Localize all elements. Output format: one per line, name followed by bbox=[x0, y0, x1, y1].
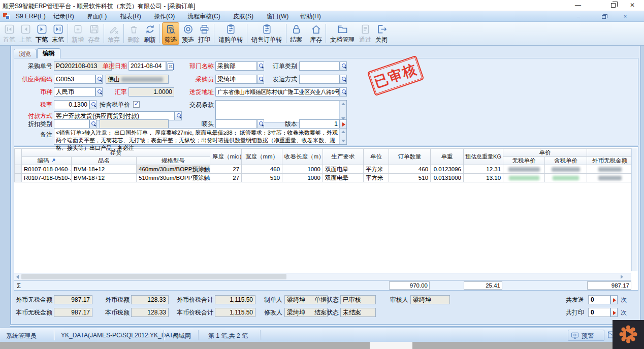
sent-count-field[interactable]: 0 bbox=[588, 295, 610, 304]
tab-browse[interactable]: 浏览 bbox=[14, 49, 37, 58]
cell-roll-length[interactable]: 1000 bbox=[282, 174, 323, 182]
last-record-button[interactable]: 末笔 bbox=[50, 22, 66, 45]
cell-code[interactable]: R0107-018-0510-... bbox=[22, 174, 72, 182]
screen-recorder-overlay[interactable] bbox=[613, 320, 644, 349]
shipping-mark-lookup-button[interactable] bbox=[257, 119, 264, 129]
table-row[interactable]: R0107-018-0460-... BVM-18+12 460mm/30um/… bbox=[15, 165, 633, 174]
close-case-button[interactable]: 结案 bbox=[288, 22, 304, 45]
currency-field[interactable]: 人民币 bbox=[54, 87, 95, 97]
doc-date-field[interactable]: 2021-08-04 bbox=[128, 61, 166, 71]
menu-report[interactable]: 报表(R) bbox=[116, 12, 146, 21]
preview-button[interactable]: 预选 bbox=[180, 22, 196, 45]
cell-price-ex-redacted[interactable] bbox=[503, 165, 545, 174]
new-button[interactable]: 新增 bbox=[70, 22, 85, 45]
scroll-left-arrow[interactable] bbox=[16, 275, 19, 279]
cell-est-weight[interactable]: 12.31 bbox=[464, 165, 503, 174]
save-button[interactable]: 存盘 bbox=[86, 22, 102, 45]
close-button[interactable]: ✕ bbox=[621, 0, 644, 11]
next-record-button[interactable]: 下笔 bbox=[34, 22, 49, 45]
payment-method-lookup-button[interactable] bbox=[175, 111, 182, 120]
col-header-unit-weight[interactable]: 单重 bbox=[431, 149, 464, 165]
first-record-button[interactable]: 首笔 bbox=[2, 22, 17, 45]
print-button[interactable]: 打印 bbox=[197, 22, 212, 45]
cell-foreign-amount-redacted[interactable] bbox=[587, 165, 633, 174]
group-header-price[interactable]: 单价 bbox=[503, 149, 587, 157]
trade-terms-scrollbar[interactable] bbox=[339, 101, 346, 121]
version-field[interactable]: 1 bbox=[299, 119, 340, 129]
cell-name[interactable]: BVM-18+12 bbox=[72, 174, 137, 182]
cell-code[interactable]: R0107-018-0460-... bbox=[22, 165, 72, 174]
cell-qty[interactable]: 510 bbox=[389, 174, 431, 182]
menu-window[interactable]: 窗口(W) bbox=[262, 12, 293, 21]
delivery-address-lookup-button[interactable] bbox=[340, 87, 347, 97]
cell-est-weight[interactable]: 13.10 bbox=[464, 174, 503, 182]
cell-unit-weight[interactable]: 0.0131000 bbox=[431, 174, 464, 182]
cell-prod-req[interactable]: 双面电晕 bbox=[323, 165, 364, 174]
filter-button[interactable]: 筛选 bbox=[162, 22, 179, 45]
col-header-unit[interactable]: 单位 bbox=[364, 149, 389, 165]
menu-help[interactable]: 帮助(H) bbox=[296, 12, 326, 21]
grid-horizontal-scrollbar[interactable] bbox=[14, 273, 631, 280]
mdi-minimize-button[interactable]: – bbox=[574, 13, 583, 20]
col-header-code[interactable]: 编码 bbox=[22, 157, 72, 165]
print-count-spin-button[interactable] bbox=[610, 308, 618, 317]
abandon-button[interactable]: 放弃 bbox=[106, 22, 121, 45]
delivery-address-field[interactable]: 广东省佛山市顺德区陈村镇广隆工业区兴业八路9号之一 bbox=[215, 87, 340, 97]
dept-field[interactable]: 采购部 bbox=[215, 61, 257, 71]
menu-workflow[interactable]: 流程审核(C) bbox=[183, 12, 225, 21]
cell-price-ex-redacted[interactable] bbox=[503, 174, 545, 182]
delete-button[interactable]: 删除 bbox=[126, 22, 141, 45]
order-type-field[interactable] bbox=[299, 61, 340, 71]
cell-unit[interactable]: 平方米 bbox=[364, 174, 389, 182]
menu-operate[interactable]: 操作(O) bbox=[149, 12, 179, 21]
sales-order-transfer-button[interactable]: 销售订单转 bbox=[249, 22, 284, 45]
cell-prod-req[interactable]: 双面电晕 bbox=[323, 174, 364, 182]
col-header-spec[interactable]: 规格型号 bbox=[137, 157, 210, 165]
dept-lookup-button[interactable] bbox=[257, 61, 264, 71]
scroll-right-arrow[interactable] bbox=[621, 275, 623, 279]
cell-width[interactable]: 460 bbox=[242, 165, 282, 174]
menu-record[interactable]: 记录(R) bbox=[49, 12, 79, 21]
supplier-lookup-button[interactable] bbox=[95, 75, 103, 84]
table-row[interactable]: R0107-018-0510-... BVM-18+12 510mm/30um/… bbox=[15, 174, 633, 182]
col-header-qty[interactable]: 订单数量 bbox=[389, 149, 431, 165]
menu-s9erp[interactable]: S9 ERP(E) bbox=[11, 12, 50, 21]
tax-rate-lookup-button[interactable] bbox=[89, 100, 96, 109]
scrollbar-thumb[interactable] bbox=[21, 274, 286, 279]
remark-textarea[interactable]: <销售订单>转入注意： 出口国外订单， 厚度要够27mic, 胶面电晕值≥38；… bbox=[54, 128, 347, 145]
supplier-code-field[interactable]: G0053 bbox=[54, 75, 95, 84]
minimize-button[interactable]: — bbox=[566, 0, 590, 11]
mdi-close-button[interactable]: × bbox=[621, 13, 630, 20]
tax-rate-field[interactable]: 0.1300 bbox=[54, 100, 89, 109]
pin-icon[interactable] bbox=[51, 158, 56, 163]
col-header-price-ex[interactable]: 无税单价 bbox=[503, 157, 545, 165]
cell-name[interactable]: BVM-18+12 bbox=[72, 165, 137, 174]
refresh-button[interactable]: 刷新 bbox=[142, 22, 157, 45]
approve-button[interactable]: 通过 bbox=[358, 22, 373, 45]
cell-qty[interactable]: 460 bbox=[389, 165, 431, 174]
cell-width[interactable]: 510 bbox=[242, 174, 282, 182]
cell-unit-weight[interactable]: 0.0123096 bbox=[431, 165, 464, 174]
menu-ui[interactable]: 界面(F) bbox=[82, 12, 111, 21]
buyer-lookup-button[interactable] bbox=[257, 75, 264, 84]
mdi-restore-button[interactable] bbox=[599, 13, 608, 20]
tax-included-checkbox[interactable] bbox=[133, 101, 140, 108]
shipping-mark-field[interactable] bbox=[215, 119, 257, 129]
ship-method-lookup-button[interactable] bbox=[340, 75, 347, 84]
sent-count-spin-button[interactable] bbox=[610, 295, 618, 304]
col-header-foreign-amount[interactable]: 外币无税金额 bbox=[587, 157, 633, 165]
cell-unit[interactable]: 平方米 bbox=[364, 165, 389, 174]
cell-spec[interactable]: 510mm/30um/BOPP预涂触... bbox=[137, 174, 210, 182]
version-spin-button[interactable] bbox=[340, 119, 347, 129]
cell-thickness[interactable]: 27 bbox=[210, 165, 242, 174]
document-management-button[interactable]: 文档管理 bbox=[328, 22, 357, 45]
cell-price-inc-redacted[interactable] bbox=[545, 165, 587, 174]
inventory-button[interactable]: 库存 bbox=[308, 22, 324, 45]
purchase-request-transfer-button[interactable]: 请购单转 bbox=[216, 22, 245, 45]
menu-skin[interactable]: 皮肤(S) bbox=[229, 12, 258, 21]
prev-record-button[interactable]: 上笔 bbox=[18, 22, 33, 45]
cell-foreign-amount-redacted[interactable] bbox=[587, 174, 633, 182]
tab-edit[interactable]: 编辑 bbox=[37, 48, 60, 58]
calendar-button[interactable] bbox=[166, 61, 173, 71]
grid-vertical-scrollbar[interactable] bbox=[631, 148, 637, 271]
